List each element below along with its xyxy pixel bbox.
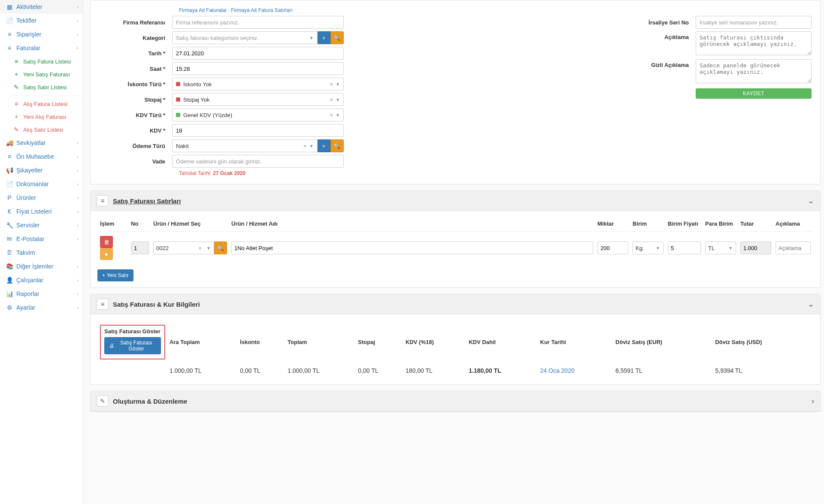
sidebar-item-label: Aktiviteler (16, 3, 42, 10)
caret-down-icon: ▼ (656, 246, 660, 250)
row-aciklama-input[interactable] (776, 241, 811, 254)
breadcrumb[interactable]: Firmaya Ait Faturalar · Firmaya Ait Fatu… (99, 7, 812, 13)
sidebar-sub-satis-fatura-listesi[interactable]: ≡Satış Fatura Listesi (7, 55, 83, 68)
olusturma-panel-icon-button[interactable]: ✎ (97, 395, 109, 407)
sidebar-item-teklifler[interactable]: 📄Teklifler‹ (0, 14, 83, 27)
list-icon: ≡ (13, 58, 20, 65)
saat-input[interactable] (172, 62, 344, 75)
kategori-label: Kategori (99, 35, 172, 41)
sidebar-item-urunler[interactable]: PÜrünler‹ (0, 191, 83, 205)
sidebar-sub-satis-satir-listesi[interactable]: ✎Satış Satır Listesi (7, 81, 83, 94)
clear-icon[interactable]: × (330, 81, 333, 88)
chevron-down-icon: ⌄ (808, 300, 814, 308)
menu-icon: ≡ (101, 197, 104, 204)
sidebar-sub-alis-satir-listesi[interactable]: ✎Alış Satır Listesi (7, 123, 83, 136)
plus-icon: + (322, 143, 326, 149)
sidebar-item-servisler[interactable]: 🔧Servisler‹ (0, 218, 83, 232)
th-doviz-eur: Döviz Satış (EUR) (614, 321, 712, 365)
sidebar-item-faturalar[interactable]: ≡Faturalar‹ (0, 41, 83, 55)
plus-icon: + (13, 71, 20, 78)
aciklama-textarea[interactable] (696, 31, 812, 55)
show-invoice-button[interactable]: 🖨Satış Faturası Göster (104, 337, 161, 354)
sidebar-item-ayarlar[interactable]: ⚙Ayarlar‹ (0, 301, 83, 314)
kur-panel-toggle[interactable]: ⌄ (808, 299, 814, 309)
kdv-input[interactable] (172, 124, 344, 137)
iskonto-turu-select[interactable]: İskonto Yok×▼ (172, 78, 344, 91)
row-action-button[interactable]: ● (100, 248, 113, 260)
delete-row-button[interactable]: 🗑 (100, 236, 113, 248)
circle-icon: ● (105, 251, 108, 257)
sidebar-sub-alis-fatura-listesi[interactable]: ≡Alış Fatura Listesi (7, 97, 83, 110)
kategori-search-button[interactable]: 🔍 (330, 31, 344, 44)
wrench-icon: 🔧 (6, 222, 13, 229)
clear-icon[interactable]: × (330, 112, 333, 118)
sidebar-item-sevkiyatlar[interactable]: 🚚Sevkiyatlar‹ (0, 136, 83, 150)
row-miktar-input[interactable] (597, 241, 628, 254)
sidebar-item-takvim[interactable]: 🗓Takvim (0, 246, 83, 260)
list-icon: ≡ (6, 45, 13, 51)
tarih-input[interactable] (172, 47, 344, 60)
sidebar-item-fiyat-listeleri[interactable]: €Fiyat Listeleri‹ (0, 205, 83, 218)
sidebar-item-raporlar[interactable]: 📊Raporlar‹ (0, 287, 83, 301)
olusturma-panel-toggle[interactable]: › (812, 397, 814, 406)
sidebar-item-epostalar[interactable]: ✉E-Postalar‹ (0, 232, 83, 246)
kur-panel-menu-button[interactable]: ≡ (97, 299, 109, 310)
firma-referansi-input[interactable] (172, 16, 344, 29)
search-icon: 🔍 (217, 245, 224, 251)
sidebar-item-label: Ön Muhasebe (16, 153, 54, 160)
sidebar-item-siparisler[interactable]: ≡Siparişler‹ (0, 27, 83, 41)
sidebar-item-diger-islemler[interactable]: 📚Diğer İşlemler‹ (0, 260, 83, 273)
kaydet-button[interactable]: KAYDET (696, 88, 812, 99)
th-stopaj: Stopaj (356, 321, 403, 365)
vade-input[interactable] (172, 155, 344, 168)
lines-panel-toggle[interactable]: ⌄ (808, 196, 814, 205)
row-para-birim-select[interactable]: TL▼ (705, 241, 736, 254)
clear-icon[interactable]: × (330, 97, 333, 103)
irsaliye-seri-label: İrsaliye Seri No (640, 19, 696, 26)
sidebar-item-calisanlar[interactable]: 👤Çalışanlar‹ (0, 273, 83, 287)
th-ara-toplam: Ara Toplam (168, 321, 237, 365)
sidebar-item-on-muhasebe[interactable]: ≡Ön Muhasebe‹ (0, 150, 83, 163)
sidebar-item-aktiviteler[interactable]: ▦Aktiviteler‹ (0, 0, 83, 14)
th-goster: Satış Faturası Göster (104, 328, 161, 335)
stopaj-label: Stopaj * (99, 97, 172, 103)
irsaliye-seri-input[interactable] (696, 16, 812, 29)
divider (11, 95, 79, 96)
clear-icon[interactable]: × (303, 143, 307, 149)
stopaj-select[interactable]: Stopaj Yok×▼ (172, 93, 344, 106)
lines-panel-menu-button[interactable]: ≡ (97, 195, 109, 206)
row-product-name-input[interactable] (231, 241, 593, 254)
th-urun-adi: Ürün / Hizmet Adı (230, 218, 595, 232)
pencil-icon: ✎ (13, 126, 20, 133)
th-toplam: Toplam (286, 321, 355, 365)
sidebar-sub-yeni-satis-faturasi[interactable]: +Yeni Satış Faturası (7, 68, 83, 81)
gizli-aciklama-textarea[interactable] (696, 59, 812, 83)
row-product-search-button[interactable]: 🔍 (214, 241, 227, 254)
row-birim-fiyati-input[interactable] (668, 241, 701, 254)
row-product-select[interactable]: 0022×▼ (153, 241, 214, 254)
chevron-down-icon: ‹ (75, 47, 80, 49)
document-icon: 📄 (6, 17, 13, 24)
kategori-select[interactable]: Satış faturası kategorisini seçiniz.▼ (172, 31, 318, 44)
th-doviz-usd: Döviz Satış (USD) (713, 321, 812, 365)
envelope-icon: ✉ (6, 235, 13, 242)
sidebar-item-sikayetler[interactable]: 📢Şikayetler‹ (0, 163, 83, 177)
sidebar-sub-yeni-alis-faturasi[interactable]: +Yeni Alış Faturası (7, 110, 83, 123)
new-row-button[interactable]: + Yeni Satır (97, 269, 133, 281)
th-aciklama: Açıklama (774, 218, 812, 232)
sidebar-item-label: Ayarlar (16, 304, 35, 311)
odeme-turu-select[interactable]: Nakit×▼ (172, 139, 318, 152)
chevron-right-icon: › (812, 397, 814, 405)
odeme-search-button[interactable]: 🔍 (330, 139, 344, 152)
odeme-add-button[interactable]: + (318, 139, 330, 152)
kdv-turu-select[interactable]: Genel KDV (Yüzde)×▼ (172, 109, 344, 121)
td-kur-tarihi[interactable]: 24 Oca 2020 (539, 365, 613, 377)
plus-icon: + (13, 113, 20, 120)
caret-down-icon: ▼ (309, 36, 314, 40)
row-birim-select[interactable]: Kg.▼ (633, 241, 663, 254)
status-dot-icon (176, 113, 180, 117)
trash-icon: 🗑 (104, 239, 109, 245)
gizli-aciklama-label: Gizli Açıklama (640, 59, 696, 68)
kategori-add-button[interactable]: + (318, 31, 330, 44)
sidebar-item-dokumanlar[interactable]: 📄Dokümanlar‹ (0, 177, 83, 191)
